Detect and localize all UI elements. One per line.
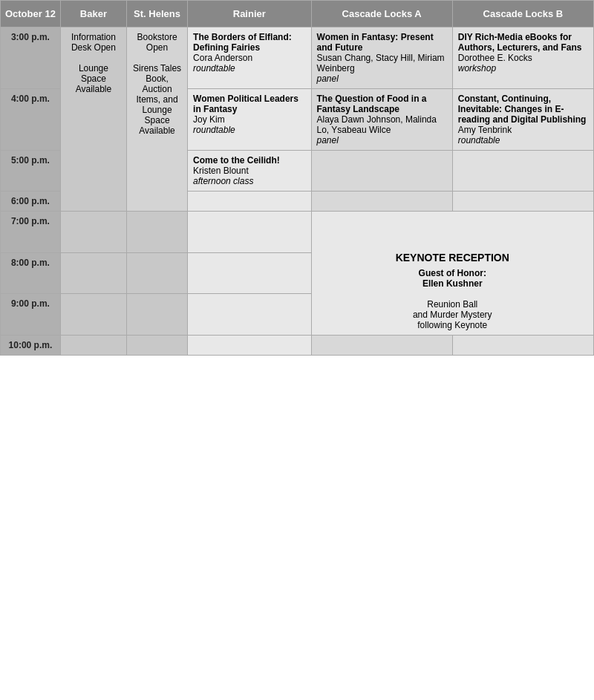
rainier-300: The Borders of Elfland: Defining Fairies…	[188, 27, 311, 89]
cascadeB-300: DIY Rich-Media eBooks for Authors, Lectu…	[452, 27, 593, 89]
sthelens-1000	[127, 336, 188, 356]
cascadeA-1000	[311, 336, 452, 356]
cascadeA-400: The Question of Food in a Fantasy Landsc…	[311, 89, 452, 151]
rainier-900	[188, 294, 311, 336]
header-rainier: Rainier	[188, 1, 311, 27]
time-800: 8:00 p.m.	[1, 252, 61, 294]
rainier-500: Come to the Ceilidh! Kristen Blount afte…	[188, 151, 311, 192]
header-sthelens: St. Helens	[127, 1, 188, 27]
baker-800	[60, 252, 126, 294]
keynote-section: KEYNOTE RECEPTION Guest of Honor: Ellen …	[311, 212, 593, 336]
cascadeA-300: Women in Fantasy: Present and Future Sus…	[311, 27, 452, 89]
time-600: 6:00 p.m.	[1, 192, 61, 212]
header-cascadeA: Cascade Locks A	[311, 1, 452, 27]
time-1000: 10:00 p.m.	[1, 336, 61, 356]
rainier-700	[188, 212, 311, 253]
baker-900	[60, 294, 126, 336]
rainier-800	[188, 252, 311, 294]
cascadeB-600	[452, 192, 593, 212]
row-1000: 10:00 p.m.	[1, 336, 594, 356]
schedule-table: October 12 Baker St. Helens Rainier Casc…	[0, 0, 594, 356]
time-700: 7:00 p.m.	[1, 212, 61, 253]
header-baker: Baker	[60, 1, 126, 27]
sthelens-900	[127, 294, 188, 336]
time-400: 4:00 p.m.	[1, 89, 61, 151]
time-900: 9:00 p.m.	[1, 294, 61, 336]
row-300: 3:00 p.m. Information Desk Open Lounge S…	[1, 27, 594, 89]
sthelens-info: Bookstore Open Sirens Tales Book, Auctio…	[127, 27, 188, 212]
header-cascadeB: Cascade Locks B	[452, 1, 593, 27]
cascadeB-500	[452, 151, 593, 192]
baker-1000	[60, 336, 126, 356]
time-300: 3:00 p.m.	[1, 27, 61, 89]
cascadeA-600	[311, 192, 452, 212]
baker-info: Information Desk Open Lounge Space Avail…	[60, 27, 126, 212]
cascadeB-1000	[452, 336, 593, 356]
header-date: October 12	[1, 1, 61, 27]
row-700: 7:00 p.m. KEYNOTE RECEPTION Guest of Hon…	[1, 212, 594, 253]
rainier-400: Women Political Leaders in Fantasy Joy K…	[188, 89, 311, 151]
cascadeA-500	[311, 151, 452, 192]
rainier-600	[188, 192, 311, 212]
sthelens-700	[127, 212, 188, 253]
time-500: 5:00 p.m.	[1, 151, 61, 192]
baker-700	[60, 212, 126, 253]
rainier-1000	[188, 336, 311, 356]
cascadeB-400: Constant, Continuing, Inevitable: Change…	[452, 89, 593, 151]
sthelens-800	[127, 252, 188, 294]
